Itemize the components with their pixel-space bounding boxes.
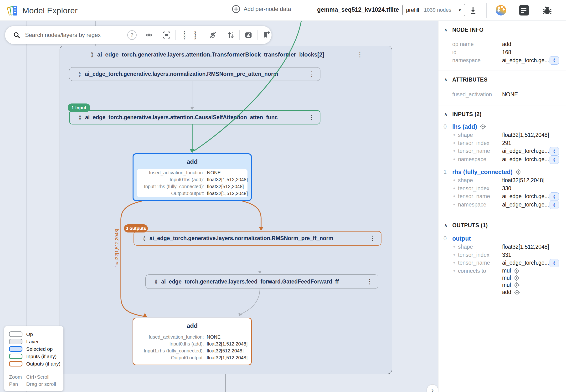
expand-value-button[interactable]: ∧∨ <box>550 192 559 201</box>
add-per-node-data-button[interactable]: Add per-node data <box>232 5 291 13</box>
prop-value: float32[512,2048] <box>502 176 545 184</box>
graph-legend: Op Layer Selected op Inputs (if any) Out… <box>4 326 63 391</box>
connects-to-target[interactable]: mul <box>502 274 511 282</box>
prop-row: • tensor_index 331 <box>439 251 566 259</box>
info-value: 168 <box>502 49 511 56</box>
output-name-link[interactable]: output <box>452 235 471 242</box>
op-attr-row: Input0:lhs (add): float32[1,512,2048] <box>137 341 248 347</box>
node-rmsnorm-pre-atten[interactable]: ∧∨ ai_edge_torch.generative.layers.norma… <box>69 67 320 81</box>
connects-to-entry: mul <box>502 267 520 274</box>
prop-label: shape <box>458 131 502 139</box>
outputs-swatch <box>9 361 22 366</box>
bookmark-add-button[interactable] <box>261 29 272 41</box>
node-menu-icon[interactable]: ⋮ <box>369 235 376 241</box>
op-attr-row: fused_activation_function: NONE <box>137 335 248 339</box>
input-item: 0 lhs (add) • shape float32[1,512,2048] … <box>439 122 566 164</box>
input-item: 1 rhs (fully_connected) • shape float32[… <box>439 168 566 209</box>
op-attr-row: Output0:output: float32[1,512,2048] <box>137 191 248 196</box>
prop-label: tensor_index <box>458 139 502 147</box>
collapse-all-layers-button[interactable]: ∨∨∧∧ <box>190 29 201 41</box>
node-add-output[interactable]: add fused_activation_function: NONE Inpu… <box>133 318 252 365</box>
node-rmsnorm-pre-ff[interactable]: ∧∨ ai_edge_torch.generative.layers.norma… <box>134 231 381 246</box>
graph-canvas[interactable]: ∨∧ ai_edge_torch.generative.layers.atten… <box>0 20 438 392</box>
connects-to-entry: mul <box>502 282 520 289</box>
theme-palette-button[interactable] <box>496 5 506 15</box>
expand-node-icon[interactable]: ∧∨ <box>155 279 157 284</box>
info-row: fused_activation... NONE <box>439 90 566 98</box>
collapse-all-icon: ∨∨∧∧ <box>194 31 196 39</box>
fit-to-screen-button[interactable] <box>161 29 172 41</box>
expand-node-icon[interactable]: ∧∨ <box>78 71 81 77</box>
toolbar-separator <box>239 30 240 40</box>
node-gated-feed-forward[interactable]: ∧∨ ai_edge_torch.generative.layers.feed_… <box>145 274 378 289</box>
connects-to-target[interactable]: add <box>502 288 511 296</box>
op-attr-box: fused_activation_function: NONE Input0:l… <box>137 333 248 362</box>
prop-value: ai_edge_torch.ge... <box>502 155 549 164</box>
prop-value: 291 <box>502 139 511 147</box>
input-name-link[interactable]: lhs (add) <box>452 123 477 130</box>
attr-value: float32[1,512,2048] <box>207 355 248 360</box>
expand-value-button[interactable]: ∧∨ <box>550 201 559 209</box>
eye-icon <box>145 31 153 39</box>
node-label: ai_edge_torch.generative.layers.normaliz… <box>150 235 333 241</box>
prop-label: tensor_name <box>458 259 502 267</box>
expand-value-button[interactable]: ∧∨ <box>550 259 559 267</box>
download-button[interactable] <box>468 6 478 15</box>
prop-value: float32[1,512,2048] <box>502 131 549 139</box>
locate-node-icon[interactable] <box>514 268 520 274</box>
graph-selector-dropdown[interactable]: prefill 1039 nodes ▼ <box>402 4 465 16</box>
edge-tensor-label: float32[1,512,2048] <box>114 212 120 284</box>
prop-row: • tensor_index 291 <box>439 139 566 147</box>
graph-node-count: 1039 nodes <box>424 7 451 13</box>
attr-label: Input0:lhs (add): <box>137 177 204 182</box>
locate-node-icon[interactable] <box>514 275 520 281</box>
expand-value-button[interactable]: ∧∨ <box>550 155 559 164</box>
toolbar-separator <box>257 30 258 40</box>
locate-node-icon[interactable] <box>480 124 486 129</box>
attr-value: float32[512,2048] <box>207 348 244 353</box>
model-file-name: gemma_seq512_kv1024.tflite <box>317 6 399 13</box>
snapshot-button[interactable] <box>243 29 254 41</box>
shortcut-keys: Drag or scroll <box>26 381 56 387</box>
op-swatch <box>9 331 22 337</box>
prop-value: 330 <box>502 184 511 193</box>
layer-menu-icon[interactable]: ⋮ <box>357 52 363 58</box>
legend-item: Layer <box>9 338 63 345</box>
collapse-section-icon[interactable]: ∧ <box>444 77 447 82</box>
collapse-layer-icon[interactable]: ∨∧ <box>91 52 94 57</box>
help-icon[interactable]: ? <box>127 30 137 40</box>
expand-value-button[interactable]: ∧∨ <box>550 147 559 155</box>
inputs-header: ∧ INPUTS (2) <box>439 110 566 118</box>
collapse-section-icon[interactable]: ∧ <box>444 27 447 32</box>
expand-node-icon[interactable]: ∧∨ <box>79 115 81 120</box>
search-input[interactable] <box>25 31 109 39</box>
collapse-section-icon[interactable]: ∧ <box>444 112 447 117</box>
vertical-spacing-button[interactable] <box>225 29 236 41</box>
connects-to-target[interactable]: mul <box>502 267 511 275</box>
node-menu-icon[interactable]: ⋮ <box>308 71 315 77</box>
report-bug-button[interactable] <box>542 5 553 16</box>
expand-value-button[interactable]: ∧∨ <box>550 56 559 65</box>
connects-to-target[interactable]: mul <box>502 281 511 289</box>
attr-value: float32[1,512,2048] <box>207 341 248 347</box>
expand-node-icon[interactable]: ∧∨ <box>143 236 146 241</box>
input-name-link[interactable]: rhs (fully_connected) <box>452 168 513 176</box>
docs-button[interactable] <box>519 5 529 15</box>
locate-node-icon[interactable] <box>514 290 520 295</box>
node-info-header: ∧ NODE INFO <box>439 26 566 34</box>
attr-label: Input0:lhs (add): <box>137 341 204 347</box>
visibility-button[interactable] <box>144 29 154 41</box>
expand-all-layers-button[interactable]: ∧∧∨∨ <box>179 29 190 41</box>
node-menu-icon[interactable]: ⋮ <box>308 114 315 121</box>
locate-node-icon[interactable] <box>515 169 521 175</box>
expand-panel-button[interactable]: › <box>427 384 438 392</box>
collapse-section-icon[interactable]: ∧ <box>444 223 447 228</box>
node-menu-icon[interactable]: ⋮ <box>366 279 373 285</box>
prop-row: • tensor_name ai_edge_torch.ge... ∧∨ <box>439 192 566 201</box>
node-causal-self-attention[interactable]: ∧∨ ai_edge_torch.generative.layers.atten… <box>69 110 320 125</box>
input-item-head: 1 rhs (fully_connected) <box>439 168 566 176</box>
flatten-layers-button[interactable] <box>208 29 218 41</box>
shortcut-action: Pan <box>9 381 26 387</box>
node-add-selected[interactable]: add fused_activation_function: NONE Inpu… <box>133 153 252 201</box>
locate-node-icon[interactable] <box>514 282 520 288</box>
